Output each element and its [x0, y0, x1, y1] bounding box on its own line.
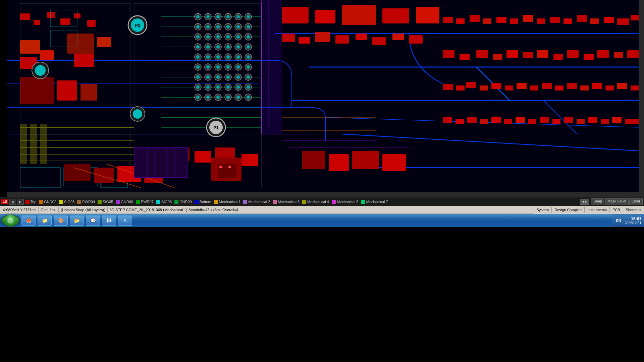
svg-rect-63	[584, 54, 594, 60]
status-sep2	[58, 207, 59, 213]
svg-rect-234	[30, 124, 37, 164]
taskbar-app-folder[interactable]: 📂	[70, 216, 84, 226]
svg-point-133	[236, 25, 240, 28]
layer-item-mechanical-3[interactable]: Mechanical 3	[272, 199, 301, 204]
svg-point-137	[196, 35, 200, 39]
menu-item-shortcuts[interactable]: Shortcuts	[623, 207, 644, 213]
menu-item-design compiler[interactable]: Design Compiler	[552, 207, 584, 213]
svg-rect-25	[80, 84, 97, 101]
photos-icon: 🖼	[106, 217, 112, 224]
svg-point-177	[216, 65, 220, 69]
layer-name-label: Mechanical 3	[278, 200, 300, 204]
layer-item-top[interactable]: Top	[24, 199, 38, 204]
layer-name-label: SIG08	[161, 200, 172, 204]
svg-rect-43	[496, 17, 506, 23]
svg-rect-59	[523, 52, 533, 58]
svg-rect-55	[460, 54, 470, 60]
pcb-canvas[interactable]: P2 P1	[0, 0, 644, 197]
layer-prev-btn[interactable]: ◄	[9, 199, 16, 205]
svg-rect-82	[631, 85, 639, 90]
layer-item-pwr07[interactable]: PWR07	[135, 199, 155, 204]
svg-point-127	[206, 25, 210, 28]
svg-rect-67	[443, 84, 453, 90]
layer-color-box	[136, 200, 140, 204]
layer-next-btn[interactable]: ►	[17, 199, 24, 205]
svg-rect-19	[40, 50, 54, 60]
layer-color-box	[332, 200, 336, 204]
layer-item-mechanical-2[interactable]: Mechanical 2	[242, 199, 271, 204]
svg-rect-272	[329, 154, 349, 171]
svg-rect-64	[597, 50, 609, 58]
svg-point-117	[216, 15, 220, 18]
layer-item-mechanical-4[interactable]: Mechanical 4	[301, 199, 330, 204]
layer-item-gnd09[interactable]: GND09	[173, 199, 193, 204]
svg-rect-11	[20, 13, 30, 20]
layer-chevron-left[interactable]: ◄►	[580, 199, 589, 205]
layer-item-mechanical-5[interactable]: Mechanical 5	[331, 199, 360, 204]
svg-rect-33	[315, 32, 330, 42]
taskbar-app-text[interactable]: A	[118, 216, 132, 226]
tray-area: EN 16:01 2022/12/31	[612, 214, 644, 227]
svg-rect-39	[443, 17, 453, 23]
menu-item-system[interactable]: System	[534, 207, 551, 213]
mask-level-button[interactable]: Mask Level	[605, 198, 629, 205]
svg-point-213	[216, 96, 220, 99]
svg-rect-65	[614, 52, 623, 58]
svg-point-167	[226, 55, 230, 59]
layer-item-sig08[interactable]: SIG08	[155, 199, 173, 204]
firefox-icon: 🦊	[25, 217, 32, 224]
svg-point-262	[228, 166, 231, 168]
svg-rect-254	[241, 154, 258, 166]
taskbar-app-photos[interactable]: 🖼	[102, 216, 116, 226]
vertical-scrollbar[interactable]	[639, 0, 644, 197]
svg-point-141	[216, 35, 220, 39]
ls-indicator[interactable]: LS	[1, 199, 8, 204]
svg-point-149	[196, 45, 200, 49]
layer-name-label: PWR07	[141, 200, 154, 204]
layer-item-gnd06[interactable]: GND06	[115, 199, 134, 204]
svg-rect-74	[530, 85, 538, 90]
svg-rect-17	[20, 40, 40, 54]
svg-rect-80	[605, 85, 614, 90]
svg-rect-21	[74, 54, 94, 67]
svg-point-261	[219, 166, 222, 168]
svg-point-139	[206, 35, 210, 39]
svg-text:P1: P1	[214, 125, 219, 130]
layer-item-sig03[interactable]: SIG03	[58, 199, 75, 204]
layer-item-gnd02[interactable]: GND02	[38, 199, 57, 204]
horizontal-scrollbar[interactable]	[7, 192, 639, 197]
svg-rect-97	[612, 117, 622, 123]
layer-item-mechanical-1[interactable]: Mechanical 1	[213, 199, 242, 204]
taskbar-app-wechat[interactable]: 💬	[86, 216, 100, 226]
taskbar-app-file-manager[interactable]: 📁	[38, 216, 52, 226]
svg-rect-16	[87, 20, 96, 27]
layer-item-pwr04[interactable]: PWR04	[76, 199, 96, 204]
layer-item-sig05[interactable]: SIG05	[97, 199, 114, 204]
layer-color-box	[25, 200, 30, 204]
taskbar-app-firefox[interactable]: 🦊	[21, 216, 36, 226]
svg-rect-48	[564, 18, 572, 24]
svg-point-199	[206, 85, 210, 89]
start-button[interactable]	[1, 215, 19, 226]
snap-button[interactable]: Snap	[591, 198, 604, 205]
svg-rect-31	[282, 34, 295, 42]
svg-point-193	[236, 75, 240, 79]
svg-rect-22	[97, 37, 111, 47]
svg-point-165	[216, 55, 220, 59]
layer-name-label: Top	[31, 200, 37, 204]
svg-rect-57	[493, 54, 502, 60]
svg-rect-233	[20, 124, 27, 164]
layer-item-bottom[interactable]: Bottom	[194, 199, 212, 204]
svg-rect-83	[443, 117, 452, 123]
menu-items-container: SystemDesign CompilerInstrumentsPCBShort…	[534, 206, 644, 214]
menu-item-pcb[interactable]: PCB	[610, 207, 623, 213]
svg-point-129	[216, 25, 220, 28]
menu-item-instruments[interactable]: Instruments	[585, 207, 609, 213]
language-indicator: EN	[615, 218, 623, 223]
svg-rect-90	[528, 119, 536, 124]
layer-item-mechanical-7[interactable]: Mechanical 7	[360, 199, 389, 204]
taskbar-app-paint[interactable]: 🎨	[54, 216, 68, 226]
clear-button[interactable]: Clear	[629, 198, 643, 205]
svg-rect-29	[382, 8, 409, 23]
svg-point-135	[247, 25, 250, 28]
